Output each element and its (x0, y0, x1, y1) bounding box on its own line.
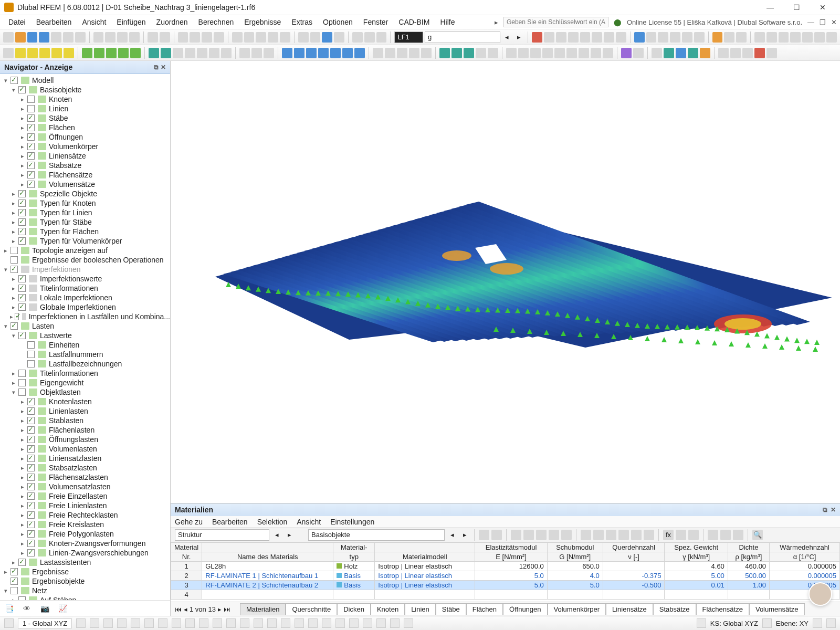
checkbox[interactable] (27, 124, 35, 131)
expand-icon[interactable]: ▸ (19, 455, 26, 462)
col-header[interactable] (375, 543, 475, 552)
checkbox[interactable] (27, 351, 35, 358)
obj3-icon[interactable] (27, 48, 38, 58)
table-tab-flächen[interactable]: Flächen (466, 603, 503, 615)
cell-gamma[interactable]: 0.01 (665, 581, 728, 590)
sel1-icon[interactable] (373, 48, 383, 58)
checkbox[interactable] (27, 417, 35, 424)
paste-icon[interactable] (105, 32, 116, 43)
cell-modell[interactable] (375, 590, 475, 600)
calc1-icon[interactable] (298, 32, 309, 43)
res1-icon[interactable] (646, 32, 657, 43)
expand-icon[interactable]: ▸ (10, 285, 17, 292)
color2-icon[interactable] (633, 48, 644, 58)
expand-icon[interactable]: ▾ (10, 389, 17, 396)
mat-num-icon[interactable] (720, 530, 731, 540)
materials-table[interactable]: MaterialMaterial-ElastizitätsmodulSchubm… (171, 542, 840, 602)
nav-tab-results-icon[interactable]: 📈 (57, 603, 68, 614)
edit7-icon[interactable] (221, 48, 232, 58)
tree-item[interactable]: ▸Freie Kreislasten (2, 520, 170, 529)
status-ks-icon[interactable] (697, 618, 706, 628)
table-tab-materialien[interactable]: Materialien (240, 603, 286, 615)
checkbox[interactable] (18, 303, 26, 311)
col-header[interactable]: Dichte (728, 543, 769, 552)
checkbox[interactable] (27, 540, 35, 547)
cell-g[interactable]: 650.0 (547, 562, 603, 571)
status-tool26-icon[interactable] (404, 618, 413, 628)
tree-item[interactable]: ▸Linien-Zwangsverschiebungen (2, 548, 170, 558)
tree-item[interactable]: ▾Imperfektionen (2, 265, 170, 274)
col-header[interactable]: Querdehnzahl (603, 543, 665, 552)
cell-e[interactable]: 12600.0 (475, 562, 547, 571)
undo-icon[interactable] (148, 32, 158, 43)
obj1-icon[interactable] (3, 48, 14, 58)
status-tool25-icon[interactable] (390, 618, 400, 628)
col-subheader[interactable]: E [N/mm²] (475, 552, 547, 562)
expand-icon[interactable]: ▸ (19, 143, 26, 150)
materials-menu-ansicht[interactable]: Ansicht (297, 518, 321, 526)
sup3-icon[interactable] (106, 48, 117, 58)
materials-pin-icon[interactable]: ⧉ (823, 506, 827, 513)
status-coords[interactable]: 1 - Global XYZ (18, 618, 72, 628)
res2-icon[interactable] (658, 32, 668, 43)
checkbox[interactable] (10, 266, 18, 273)
status-tool4-icon[interactable] (103, 618, 113, 628)
tree-item[interactable]: ▸Stablasten (2, 416, 170, 425)
nav-tab-data-icon[interactable]: 📑 (3, 603, 15, 614)
menu-hilfe[interactable]: Hilfe (435, 16, 460, 28)
edit2-icon[interactable] (161, 48, 171, 58)
x-icon[interactable] (532, 32, 542, 43)
line2-icon[interactable] (518, 48, 529, 58)
table-tab-stäbe[interactable]: Stäbe (436, 603, 466, 615)
globe4-icon[interactable] (700, 48, 710, 58)
tree-item[interactable]: ▸Topologie anzeigen auf (2, 246, 170, 255)
sel5-icon[interactable] (421, 48, 432, 58)
maximize-button[interactable]: ☐ (783, 0, 810, 15)
checkbox[interactable] (18, 596, 26, 600)
edit5-icon[interactable] (197, 48, 207, 58)
status-tool21-icon[interactable] (335, 618, 345, 628)
tree-item[interactable]: ▾Objektlasten (2, 387, 170, 397)
cell-v[interactable] (603, 562, 665, 571)
checkbox[interactable] (27, 549, 35, 556)
table-row[interactable]: 2RF-LAMINATE 1 | Schichtenaufbau 1BasisI… (171, 571, 840, 581)
child-restore-button[interactable]: ❐ (820, 18, 826, 26)
line4-icon[interactable] (542, 48, 553, 58)
table-row[interactable]: 1GL28hHolzIsotrop | Linear elastisch1260… (171, 562, 840, 571)
checkbox[interactable] (27, 426, 35, 434)
grid5-icon[interactable] (280, 32, 290, 43)
expand-icon[interactable]: ▸ (19, 408, 26, 415)
redo-icon[interactable] (160, 32, 170, 43)
mat-find-icon[interactable]: 🔍 (752, 530, 763, 540)
expand-icon[interactable]: ▸ (10, 228, 17, 235)
checkbox[interactable] (27, 483, 35, 490)
menu-einfügen[interactable]: Einfügen (111, 16, 151, 28)
tree-item[interactable]: ▸Volumensatzlasten (2, 482, 170, 491)
node-type2-icon[interactable] (766, 32, 777, 43)
checkbox[interactable] (18, 86, 26, 93)
status-tool16-icon[interactable] (267, 618, 277, 628)
checkbox[interactable] (18, 379, 26, 386)
run-icon[interactable] (634, 32, 645, 43)
menu-zuordnen[interactable]: Zuordnen (151, 16, 193, 28)
expand-icon[interactable]: ▸ (19, 181, 26, 188)
snap1-icon[interactable] (239, 48, 250, 58)
table-tab-dicken[interactable]: Dicken (337, 603, 371, 615)
table-tab-querschnitte[interactable]: Querschnitte (286, 603, 337, 615)
checkbox[interactable] (18, 275, 26, 282)
checkbox[interactable] (18, 294, 26, 301)
expand-icon[interactable]: ▾ (2, 587, 9, 594)
tree-item[interactable]: ▸Typen für Stäbe (2, 217, 170, 227)
expand-icon[interactable]: ▸ (19, 531, 26, 538)
calc4-icon[interactable] (334, 32, 344, 43)
cell-rho[interactable] (728, 590, 769, 600)
checkbox[interactable] (10, 578, 18, 585)
checkbox[interactable] (18, 218, 26, 226)
pager-first-icon[interactable]: ⏮ (175, 605, 182, 613)
assistant-avatar-icon[interactable] (808, 582, 832, 606)
sel4-icon[interactable] (409, 48, 419, 58)
expand-icon[interactable]: ▾ (2, 77, 9, 84)
menu-berechnen[interactable]: Berechnen (193, 16, 239, 28)
tree-item[interactable]: ▸Linienlasten (2, 406, 170, 416)
obj5-icon[interactable] (51, 48, 62, 58)
